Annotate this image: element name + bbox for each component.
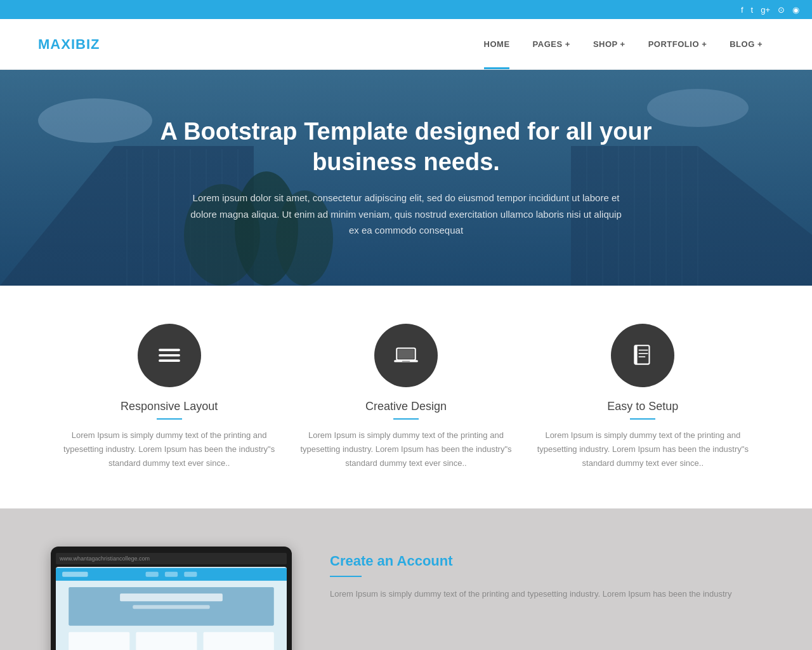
- cta-desc: Lorem Ipsum is simply dummy text of the …: [330, 587, 761, 601]
- svg-rect-45: [133, 606, 209, 609]
- logo[interactable]: MAXIBIZ: [38, 36, 100, 53]
- hero-title: A Bootstrap Template designed for all yo…: [127, 117, 685, 177]
- nav-shop[interactable]: SHOP +: [582, 19, 637, 69]
- device-url-bar: www.whantagachristiancollege.com: [56, 553, 287, 564]
- svg-rect-26: [159, 354, 180, 357]
- googleplus-icon[interactable]: g+: [761, 5, 770, 15]
- svg-rect-31: [402, 361, 410, 362]
- features-section: Responsive Layout Lorem Ipsum is simply …: [0, 286, 812, 508]
- logo-accent: BIZ: [75, 36, 100, 52]
- device-frame: www.whantagachristiancollege.com: [51, 547, 292, 650]
- nav-portfolio[interactable]: PORTFOLIO +: [637, 19, 719, 69]
- svg-rect-33: [635, 345, 638, 364]
- device-url-text: www.whantagachristiancollege.com: [60, 555, 150, 562]
- svg-rect-27: [159, 359, 180, 362]
- cta-underline: [330, 576, 362, 577]
- feature-desc-1: Lorem Ipsum is simply dummy text of the …: [63, 428, 276, 470]
- feature-desc-2: Lorem Ipsum is simply dummy text of the …: [299, 428, 513, 470]
- laptop-icon: [393, 342, 419, 369]
- feature-setup: Easy to Setup Lorem Ipsum is simply dumm…: [536, 324, 749, 470]
- feature-underline-2: [393, 418, 419, 420]
- top-bar: f t g+ ⊙ ◉: [0, 0, 812, 19]
- feature-creative: Creative Design Lorem Ipsum is simply du…: [299, 324, 513, 470]
- facebook-icon[interactable]: f: [741, 5, 743, 15]
- svg-rect-48: [204, 632, 274, 650]
- svg-rect-29: [398, 350, 414, 359]
- svg-rect-42: [184, 572, 197, 577]
- nav-home[interactable]: HOME: [473, 19, 521, 69]
- svg-rect-47: [136, 632, 197, 650]
- dribbble-icon[interactable]: ⊙: [778, 5, 785, 15]
- feature-title-1: Responsive Layout: [121, 400, 218, 413]
- svg-rect-41: [165, 572, 178, 577]
- twitter-icon[interactable]: t: [751, 5, 754, 15]
- book-icon: [629, 342, 656, 369]
- feature-title-3: Easy to Setup: [607, 400, 678, 413]
- hero-section: A Bootstrap Template designed for all yo…: [0, 70, 812, 286]
- svg-rect-40: [146, 572, 159, 577]
- cta-title: Create an Account: [330, 553, 761, 569]
- nav-pages[interactable]: PAGES +: [521, 19, 582, 69]
- feature-title-2: Creative Design: [365, 400, 447, 413]
- feature-underline-3: [630, 418, 655, 420]
- svg-rect-25: [159, 349, 180, 352]
- svg-rect-46: [69, 632, 129, 650]
- rss-icon[interactable]: ◉: [792, 5, 799, 15]
- feature-icon-creative: [374, 324, 438, 387]
- device-screen: [56, 567, 287, 650]
- hero-subtitle: Lorem ipsum dolor sit amet, consectetur …: [190, 190, 622, 239]
- feature-icon-setup: [611, 324, 674, 387]
- feature-desc-3: Lorem Ipsum is simply dummy text of the …: [536, 428, 749, 470]
- feature-responsive: Responsive Layout Lorem Ipsum is simply …: [63, 324, 276, 470]
- svg-rect-44: [120, 594, 223, 601]
- svg-rect-39: [62, 572, 88, 577]
- device-mockup: www.whantagachristiancollege.com: [51, 547, 292, 650]
- feature-underline-1: [157, 418, 182, 420]
- main-nav: HOME PAGES + SHOP + PORTFOLIO + BLOG +: [473, 19, 774, 69]
- header: MAXIBIZ HOME PAGES + SHOP + PORTFOLIO + …: [0, 19, 812, 70]
- cta-text: Create an Account Lorem Ipsum is simply …: [330, 547, 761, 601]
- nav-blog[interactable]: BLOG +: [718, 19, 774, 69]
- menu-icon: [156, 342, 183, 369]
- hero-content: A Bootstrap Template designed for all yo…: [0, 117, 812, 239]
- logo-text: MAXI: [38, 36, 75, 52]
- cta-section: www.whantagachristiancollege.com: [0, 508, 812, 650]
- feature-icon-responsive: [138, 324, 201, 387]
